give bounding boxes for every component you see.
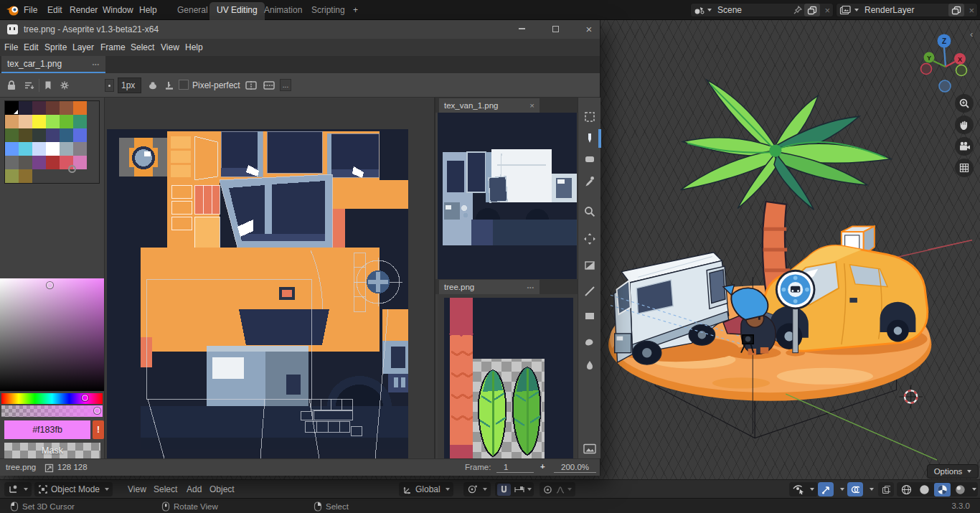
shading-rendered-button[interactable] — [952, 483, 969, 496]
palette-swatch[interactable] — [73, 142, 87, 156]
options-button[interactable]: Options — [927, 464, 979, 479]
viewport-menu-select[interactable]: Select — [154, 484, 177, 494]
palette-swatch[interactable] — [60, 115, 73, 128]
palette-swatch[interactable] — [32, 101, 46, 115]
blur-tool[interactable] — [582, 358, 598, 374]
navigation-gizmo[interactable]: Z Y X — [913, 29, 977, 95]
eyedropper-tool[interactable] — [582, 174, 598, 189]
lock-icon[interactable] — [6, 80, 17, 91]
palette-swatch[interactable] — [19, 115, 32, 128]
palette-swatch[interactable] — [32, 142, 46, 156]
palette-swatch[interactable] — [60, 128, 73, 142]
transform-orientation-selector[interactable]: Global — [399, 482, 453, 496]
palette-swatch[interactable] — [46, 156, 60, 169]
ase-menu-sprite[interactable]: Sprite — [44, 42, 67, 52]
minimize-button[interactable] — [511, 20, 532, 37]
ase-menu-help[interactable]: Help — [185, 42, 203, 52]
presets-bookmark-icon[interactable] — [42, 80, 54, 91]
symmetry-vertical-icon[interactable] — [245, 80, 258, 91]
show-overlays-toggle[interactable] — [847, 482, 863, 496]
tree-tab-options-dots[interactable]: ••• — [527, 285, 534, 290]
menu-edit[interactable]: Edit — [47, 5, 62, 15]
camera-view-button[interactable] — [955, 137, 974, 156]
viewport-menu-add[interactable]: Add — [187, 484, 202, 494]
overlays-dropdown[interactable] — [864, 482, 875, 496]
palette-swatch[interactable] — [19, 169, 32, 183]
contour-tool[interactable] — [582, 334, 598, 349]
preview-window-button[interactable] — [582, 441, 598, 456]
unlink-scene-button[interactable]: × — [821, 4, 833, 17]
document-tab[interactable]: tex_car_1.png ••• — [1, 56, 105, 73]
palette-swatch[interactable] — [32, 128, 46, 142]
more-options-button[interactable]: ... — [280, 79, 291, 91]
snap-target-selector[interactable] — [514, 485, 532, 494]
shading-solid-button[interactable] — [916, 483, 933, 496]
palette-swatch[interactable] — [19, 142, 32, 156]
palette-swatch[interactable] — [32, 115, 46, 128]
viewport-menu-object[interactable]: Object — [209, 484, 235, 494]
gizmo-minus-z-ball[interactable] — [939, 80, 951, 92]
palette-swatch[interactable] — [19, 128, 32, 142]
scene-name[interactable]: Scene — [715, 5, 793, 15]
current-color-hex[interactable]: #f183fb — [4, 420, 90, 439]
blender-logo-icon[interactable] — [6, 4, 20, 17]
sprite-canvas[interactable] — [105, 98, 435, 458]
ase-menu-frame[interactable]: Frame — [100, 42, 126, 52]
palette-swatch[interactable] — [46, 128, 60, 142]
palette-swatch[interactable] — [46, 101, 60, 115]
remove-view-layer-button[interactable]: × — [966, 4, 977, 17]
aseprite-titlebar[interactable]: tree.png - Aseprite v1.3-beta21-x64 × — [0, 20, 600, 39]
mode-selector[interactable]: Object Mode — [34, 482, 113, 496]
palette-swatch[interactable] — [5, 169, 19, 183]
gradient-tool[interactable] — [582, 258, 598, 273]
van-texture-preview[interactable] — [438, 113, 577, 279]
palette-swatch[interactable] — [60, 101, 73, 115]
maximize-button[interactable] — [545, 20, 566, 37]
shading-material-preview-button[interactable] — [934, 483, 951, 496]
workspace-tab-scripting[interactable]: Scripting — [311, 5, 345, 15]
view-layer-selector[interactable]: RenderLayer × — [836, 3, 978, 17]
grid-toggle-button[interactable] — [955, 159, 974, 177]
add-frame-button[interactable]: + — [540, 462, 545, 471]
palette-swatch[interactable] — [46, 142, 60, 156]
rectangular-marquee-tool[interactable] — [582, 109, 598, 125]
tab-options-dots[interactable]: ••• — [93, 62, 100, 67]
menu-window[interactable]: Window — [103, 5, 133, 15]
show-object-types-selector[interactable] — [789, 482, 818, 496]
brush-size-input[interactable]: 1px — [118, 77, 141, 93]
workspace-tab-general[interactable]: General — [177, 5, 208, 15]
van-tab-close-icon[interactable]: × — [529, 101, 534, 110]
ase-menu-edit[interactable]: Edit — [24, 42, 39, 52]
frame-number-input[interactable]: 1 — [496, 463, 534, 473]
tree-texture-preview[interactable] — [438, 294, 577, 458]
ase-menu-layer[interactable]: Layer — [72, 42, 94, 52]
palette-swatch[interactable] — [19, 101, 32, 115]
palette-swatch[interactable] — [5, 156, 19, 169]
ase-menu-file[interactable]: File — [4, 42, 18, 52]
palette-swatch[interactable] — [73, 115, 87, 128]
palette-swatch[interactable] — [5, 101, 19, 115]
shading-dropdown[interactable] — [972, 488, 976, 491]
tree-preview-tab[interactable]: tree.png ••• — [439, 280, 540, 294]
pan-hand-button[interactable] — [955, 116, 974, 134]
pin-icon[interactable] — [793, 5, 803, 15]
proportional-editing-toggle[interactable] — [543, 485, 552, 494]
zoom-tool[interactable] — [582, 204, 598, 220]
palette-swatch[interactable] — [19, 156, 32, 169]
rectangle-tool[interactable] — [582, 308, 598, 324]
ink-opacity-icon[interactable] — [147, 80, 159, 91]
palette-swatch[interactable] — [5, 142, 19, 156]
gizmo-dropdown[interactable] — [834, 482, 846, 496]
pivot-point-selector[interactable] — [463, 482, 491, 496]
sort-palette-icon[interactable] — [23, 80, 34, 91]
gizmo-minus-y-ball[interactable] — [921, 64, 932, 75]
palette-swatch[interactable] — [46, 115, 60, 128]
close-button[interactable]: × — [578, 20, 600, 37]
menu-help[interactable]: Help — [139, 5, 157, 15]
zoom-button[interactable] — [955, 94, 974, 113]
editor-type-selector[interactable] — [4, 482, 32, 496]
shading-wireframe-button[interactable] — [898, 483, 915, 496]
line-tool[interactable] — [582, 283, 598, 299]
mask-color-bar[interactable]: Mask — [4, 443, 100, 458]
palette-swatch[interactable] — [5, 115, 19, 128]
